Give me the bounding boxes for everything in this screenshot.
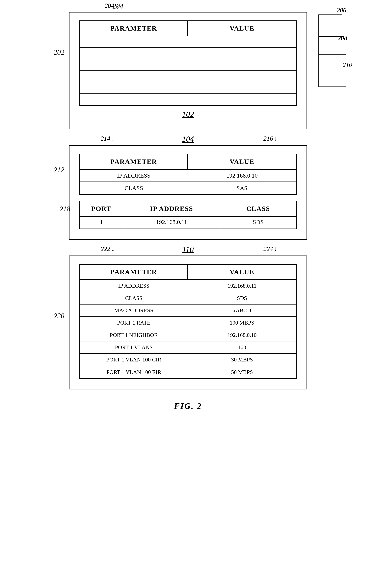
arrow-214: ↓ bbox=[111, 135, 115, 142]
ref-222: 222 bbox=[101, 245, 110, 252]
header-value: VALUE bbox=[188, 154, 296, 169]
row-param: PORT 1 VLAN 100 EIR bbox=[80, 366, 188, 378]
middle-bottom-table-wrapper: 218 PORT IP ADDRESS CLASS 1 192.168.0.11… bbox=[79, 201, 297, 229]
label-208: 208 bbox=[338, 34, 347, 42]
row-value-class: SAS bbox=[188, 182, 296, 194]
row-param: IP ADDRESS bbox=[80, 280, 188, 292]
row-param: PORT 1 VLANS bbox=[80, 341, 188, 353]
row-param-ip: IP ADDRESS bbox=[80, 170, 188, 181]
header-port: PORT bbox=[80, 201, 123, 216]
row-param bbox=[80, 71, 188, 82]
table-row: IP ADDRESS 192.168.0.11 bbox=[80, 280, 296, 292]
box-220: 220 PARAMETER VALUE IP ADDRESS 192.168.0… bbox=[69, 255, 307, 389]
table-row bbox=[80, 59, 296, 71]
top-section: 204 202 PARAMETER VALUE bbox=[16, 12, 360, 129]
row-value: 192.168.0.10 bbox=[188, 329, 296, 341]
row-value bbox=[188, 71, 296, 82]
label-202: 202 bbox=[54, 48, 64, 57]
row-value: 50 MBPS bbox=[188, 366, 296, 378]
row-param bbox=[80, 48, 188, 59]
ref-214: 214 bbox=[101, 135, 110, 142]
table-row: PORT 1 NEIGHBOR 192.168.0.10 bbox=[80, 329, 296, 341]
header-value: VALUE bbox=[188, 265, 296, 279]
middle-bottom-table: PORT IP ADDRESS CLASS 1 192.168.0.11 SDS bbox=[79, 201, 297, 229]
row-value: SDS bbox=[188, 292, 296, 304]
arrow-222: ↓ bbox=[111, 245, 115, 252]
row-param bbox=[80, 82, 188, 94]
row-value: 100 bbox=[188, 341, 296, 353]
page-container: 204 202 PARAMETER VALUE bbox=[0, 0, 376, 588]
row-param-class: CLASS bbox=[80, 182, 188, 194]
row-param bbox=[80, 59, 188, 70]
label-212: 212 bbox=[54, 166, 64, 174]
header-param: PARAMETER bbox=[80, 21, 188, 36]
bottom-header: PARAMETER VALUE bbox=[80, 265, 296, 280]
row-param: PORT 1 RATE bbox=[80, 317, 188, 329]
table-row bbox=[80, 82, 296, 94]
table-row: IP ADDRESS 192.168.0.10 bbox=[80, 170, 296, 182]
row-value: 192.168.0.11 bbox=[188, 280, 296, 292]
arrow-216: ↓ bbox=[274, 135, 277, 142]
table-row: PORT 1 RATE 100 MBPS bbox=[80, 317, 296, 329]
middle-section: 214 ↓ 104 216 ↓ 212 PARAMETER VALUE bbox=[16, 145, 360, 240]
bottom-table: PARAMETER VALUE IP ADDRESS 192.168.0.11 … bbox=[79, 264, 297, 379]
table-row: CLASS SAS bbox=[80, 182, 296, 194]
row-param bbox=[80, 94, 188, 105]
label-214-with-arrow: 214 ↓ bbox=[101, 135, 115, 142]
arrow-224: ↓ bbox=[274, 245, 277, 252]
table-row: PORT 1 VLANS 100 bbox=[80, 341, 296, 354]
label-104: 104 bbox=[182, 134, 194, 144]
row-value: 30 MBPS bbox=[188, 354, 296, 366]
table-row bbox=[80, 36, 296, 48]
header-ip: IP ADDRESS bbox=[123, 201, 221, 216]
arrow-204: ↙ bbox=[116, 2, 120, 9]
row-value-ip: 192.168.0.10 bbox=[188, 170, 296, 181]
row-value: 100 MBPS bbox=[188, 317, 296, 329]
header-param: PARAMETER bbox=[80, 154, 188, 169]
bottom-header-row: PORT IP ADDRESS CLASS bbox=[80, 201, 296, 217]
table-row: 1 192.168.0.11 SDS bbox=[80, 217, 296, 229]
row-param: MAC ADDRESS bbox=[80, 304, 188, 316]
row-value: xABCD bbox=[188, 304, 296, 316]
header-class: CLASS bbox=[220, 201, 296, 216]
row-value bbox=[188, 36, 296, 47]
label-102: 102 bbox=[79, 109, 297, 119]
bottom-section: 222 ↓ 110 224 ↓ 220 PARAMETER VALUE bbox=[16, 255, 360, 389]
label-110: 110 bbox=[182, 245, 193, 254]
table-row bbox=[80, 48, 296, 59]
row-param: PORT 1 VLAN 100 CIR bbox=[80, 354, 188, 366]
label-206: 206 bbox=[337, 7, 346, 14]
row-value bbox=[188, 82, 296, 94]
row-class: SDS bbox=[220, 217, 296, 229]
table-header-row: PARAMETER VALUE bbox=[80, 21, 296, 36]
label-216-with-arrow: 216 ↓ bbox=[263, 135, 277, 142]
ref-216: 216 bbox=[263, 135, 273, 142]
table-row: PORT 1 VLAN 100 EIR 50 MBPS bbox=[80, 366, 296, 378]
table-row bbox=[80, 94, 296, 105]
row-value bbox=[188, 94, 296, 105]
label-220: 220 bbox=[54, 312, 64, 320]
table-row bbox=[80, 71, 296, 82]
middle-top-table-wrapper: PARAMETER VALUE IP ADDRESS 192.168.0.10 … bbox=[79, 154, 297, 195]
row-value bbox=[188, 48, 296, 59]
label-210: 210 bbox=[343, 61, 352, 68]
row-param: CLASS bbox=[80, 292, 188, 304]
middle-top-table: PARAMETER VALUE IP ADDRESS 192.168.0.10 … bbox=[79, 154, 297, 195]
label-218: 218 bbox=[60, 205, 70, 213]
header-param: PARAMETER bbox=[80, 265, 188, 279]
row-param: PORT 1 NEIGHBOR bbox=[80, 329, 188, 341]
row-param bbox=[80, 36, 188, 47]
top-table: PARAMETER VALUE bbox=[79, 21, 297, 106]
label-224-with-arrow: 224 ↓ bbox=[263, 245, 277, 252]
table-row: PORT 1 VLAN 100 CIR 30 MBPS bbox=[80, 354, 296, 366]
row-port: 1 bbox=[80, 217, 123, 229]
ref-204: 204 bbox=[105, 2, 114, 9]
row-value bbox=[188, 59, 296, 70]
table-row: CLASS SDS bbox=[80, 292, 296, 304]
header-value: VALUE bbox=[188, 21, 296, 36]
row-ip: 192.168.0.11 bbox=[123, 217, 221, 229]
middle-header-row: PARAMETER VALUE bbox=[80, 154, 296, 170]
label-222-with-arrow: 222 ↓ bbox=[101, 245, 115, 252]
ref-224: 224 bbox=[263, 245, 273, 252]
label-204-with-arrow: 204 ↙ bbox=[105, 2, 120, 9]
